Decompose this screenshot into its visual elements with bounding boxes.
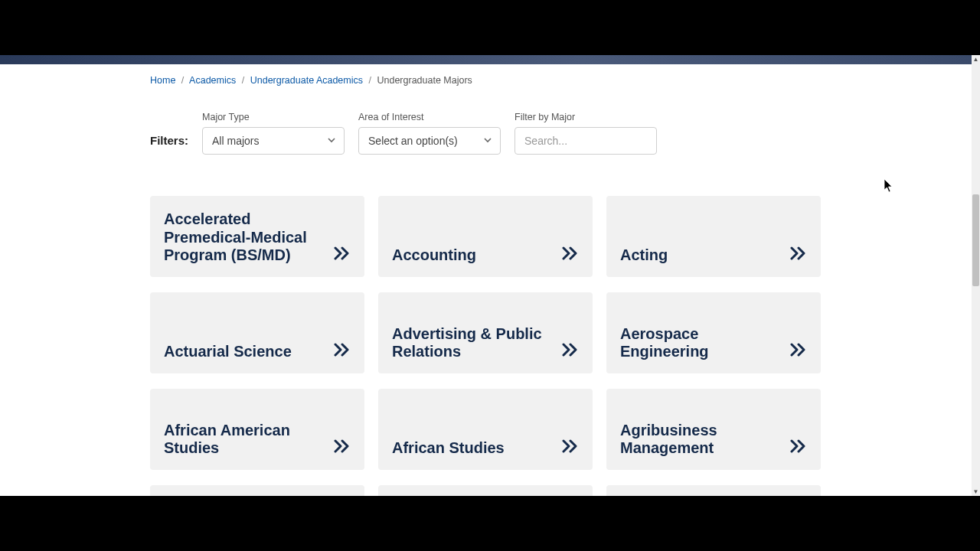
- breadcrumb-home[interactable]: Home: [150, 75, 175, 86]
- major-card[interactable]: African American Studies: [150, 389, 364, 470]
- double-chevron-right-icon: [334, 246, 351, 265]
- major-card-title: Actuarial Science: [164, 343, 292, 361]
- major-card[interactable]: Agribusiness Management: [606, 389, 821, 470]
- major-card-title: Advertising & Public Relations: [392, 325, 553, 361]
- double-chevron-right-icon: [562, 439, 579, 458]
- major-type-value: All majors: [212, 135, 259, 147]
- search-input[interactable]: [514, 127, 657, 155]
- major-card[interactable]: Accelerated Premedical-Medical Program (…: [150, 196, 364, 277]
- scroll-down-arrow-icon[interactable]: ▼: [972, 487, 980, 496]
- major-card-title: African American Studies: [164, 422, 325, 458]
- breadcrumb-sep: /: [369, 75, 371, 86]
- major-card[interactable]: Aerospace Engineering: [606, 292, 821, 373]
- double-chevron-right-icon: [790, 439, 807, 458]
- double-chevron-right-icon: [562, 343, 579, 361]
- major-card-partial[interactable]: [150, 485, 364, 496]
- breadcrumb-sep: /: [181, 75, 184, 86]
- major-card-title: African Studies: [392, 439, 505, 458]
- filters-row: Filters: Major Type All majors Area of I…: [0, 92, 972, 155]
- chevron-down-icon: [483, 135, 492, 147]
- major-card[interactable]: Advertising & Public Relations: [378, 292, 593, 373]
- major-card[interactable]: African Studies: [378, 389, 593, 470]
- major-card-title: Agribusiness Management: [620, 422, 781, 458]
- major-card-partial[interactable]: [606, 485, 821, 496]
- major-card[interactable]: Acting: [606, 196, 821, 277]
- scrollbar[interactable]: ▲ ▼: [972, 55, 980, 496]
- double-chevron-right-icon: [790, 343, 807, 361]
- chevron-down-icon: [327, 135, 336, 147]
- filter-area-label: Area of Interest: [358, 112, 501, 122]
- filters-title: Filters:: [150, 134, 188, 155]
- filter-major-type: Major Type All majors: [202, 112, 345, 155]
- majors-grid: Accelerated Premedical-Medical Program (…: [0, 155, 972, 496]
- filter-major-type-label: Major Type: [202, 112, 345, 122]
- major-card[interactable]: Actuarial Science: [150, 292, 364, 373]
- breadcrumb-undergrad-academics[interactable]: Undergraduate Academics: [250, 75, 363, 86]
- breadcrumb-sep: /: [242, 75, 244, 86]
- area-value: Select an option(s): [368, 135, 458, 147]
- major-card-title: Acting: [620, 246, 668, 265]
- hero-banner-strip: [0, 55, 972, 64]
- breadcrumb-current: Undergraduate Majors: [377, 75, 472, 86]
- area-select[interactable]: Select an option(s): [358, 127, 501, 155]
- double-chevron-right-icon: [562, 246, 579, 265]
- page-viewport: Home / Academics / Undergraduate Academi…: [0, 55, 972, 496]
- scroll-up-arrow-icon[interactable]: ▲: [972, 55, 980, 64]
- scrollbar-thumb[interactable]: [972, 194, 979, 286]
- double-chevron-right-icon: [790, 246, 807, 265]
- filter-search-label: Filter by Major: [514, 112, 657, 122]
- major-card-title: Accounting: [392, 246, 476, 265]
- major-card-partial[interactable]: [378, 485, 593, 496]
- breadcrumb-academics[interactable]: Academics: [189, 75, 236, 86]
- major-type-select[interactable]: All majors: [202, 127, 345, 155]
- breadcrumb: Home / Academics / Undergraduate Academi…: [0, 64, 972, 92]
- major-card-title: Aerospace Engineering: [620, 325, 781, 361]
- double-chevron-right-icon: [334, 343, 351, 361]
- double-chevron-right-icon: [334, 439, 351, 458]
- major-card[interactable]: Accounting: [378, 196, 593, 277]
- filter-area-of-interest: Area of Interest Select an option(s): [358, 112, 501, 155]
- major-card-title: Accelerated Premedical-Medical Program (…: [164, 210, 325, 265]
- filter-search: Filter by Major: [514, 112, 657, 155]
